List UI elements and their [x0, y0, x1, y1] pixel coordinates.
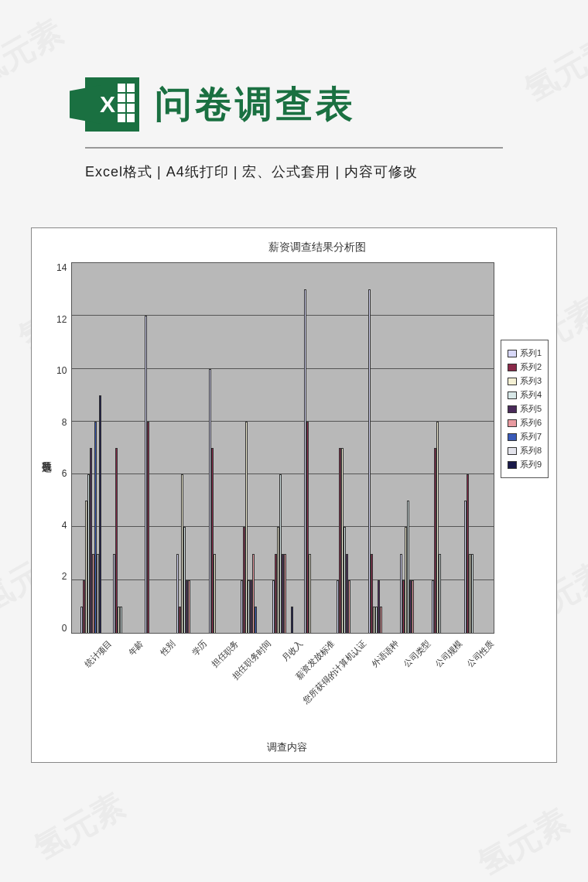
legend-label: 系列6 [520, 417, 542, 429]
y-tick: 12 [56, 314, 67, 325]
page-subtitle: Excel格式 | A4纸打印 | 宏、公式套用 | 内容可修改 [0, 162, 588, 181]
chart-xlabel: 调查内容 [80, 740, 494, 754]
legend-label: 系列3 [520, 375, 542, 387]
bar [309, 554, 311, 633]
legend-label: 系列8 [520, 445, 542, 456]
legend-label: 系列2 [520, 361, 542, 373]
legend-item: 系列3 [508, 375, 542, 387]
legend-label: 系列4 [520, 389, 542, 401]
y-tick: 14 [56, 262, 67, 273]
bar-group [75, 263, 107, 633]
bar-group [459, 263, 491, 633]
chart-title: 薪资调查结果分析图 [86, 241, 549, 255]
legend-item: 系列1 [508, 347, 542, 359]
x-tick: 公司性质 [477, 640, 548, 711]
legend-swatch [508, 461, 517, 469]
bar-group [139, 263, 171, 633]
bar-group [171, 263, 203, 633]
watermark: 氢元素 [26, 783, 132, 869]
legend-label: 系列9 [520, 459, 542, 470]
bar-group [330, 263, 362, 633]
bar [120, 607, 122, 633]
bar [291, 607, 293, 633]
legend-swatch [508, 391, 517, 399]
bar [115, 448, 118, 633]
bar-group [235, 263, 267, 633]
chart-y-axis: 14121086420 [56, 262, 71, 634]
y-tick: 8 [62, 417, 67, 428]
legend-swatch [508, 405, 517, 413]
chart-plot-area [71, 262, 494, 634]
excel-icon: X [85, 77, 139, 132]
y-tick: 2 [62, 571, 67, 582]
chart-ylabel: 选项数目 [39, 454, 53, 562]
chart-legend: 系列1系列2系列3系列4系列5系列6系列7系列8系列9 [501, 340, 549, 478]
bar-group [426, 263, 458, 633]
chart-x-axis: 统计项目年龄性别学历担任职务担任职务时间月收入薪资发放标准您所获得的计算机认证外… [80, 634, 494, 733]
legend-swatch [508, 419, 517, 427]
header: X 问卷调查表 [0, 0, 588, 147]
bar-group [108, 263, 139, 633]
bar [284, 554, 286, 633]
bar-group [395, 263, 426, 633]
bar [147, 422, 149, 633]
bar [380, 607, 382, 633]
bar [188, 580, 190, 633]
legend-item: 系列7 [508, 431, 542, 443]
watermark: 氢元素 [470, 798, 576, 882]
legend-item: 系列8 [508, 445, 542, 456]
legend-swatch [508, 447, 517, 455]
y-tick: 6 [62, 468, 67, 479]
bar [99, 395, 101, 633]
legend-swatch [508, 364, 517, 371]
bar [348, 580, 350, 633]
bar [439, 554, 441, 633]
legend-swatch [508, 350, 517, 357]
legend-item: 系列2 [508, 361, 542, 373]
bar [471, 554, 473, 633]
y-tick: 4 [62, 520, 67, 531]
bar-group [363, 263, 395, 633]
legend-label: 系列1 [520, 347, 542, 359]
legend-item: 系列4 [508, 389, 542, 401]
bar-group [203, 263, 234, 633]
legend-swatch [508, 433, 517, 441]
legend-swatch [508, 378, 517, 385]
legend-item: 系列6 [508, 417, 542, 429]
bar [412, 580, 414, 633]
legend-label: 系列5 [520, 403, 542, 415]
bar-group [299, 263, 330, 633]
excel-icon-letter: X [100, 91, 115, 118]
y-tick: 10 [56, 365, 67, 376]
bar [214, 554, 216, 633]
bar-group [267, 263, 299, 633]
chart-container: 薪资调查结果分析图 选项数目 14121086420 统计项目年龄性别学历担任职… [31, 227, 557, 763]
legend-item: 系列9 [508, 459, 542, 470]
bar [255, 607, 257, 633]
legend-label: 系列7 [520, 431, 542, 443]
y-tick: 0 [62, 623, 67, 634]
header-divider [85, 147, 503, 149]
legend-item: 系列5 [508, 403, 542, 415]
page-title: 问卷调查表 [155, 80, 356, 129]
